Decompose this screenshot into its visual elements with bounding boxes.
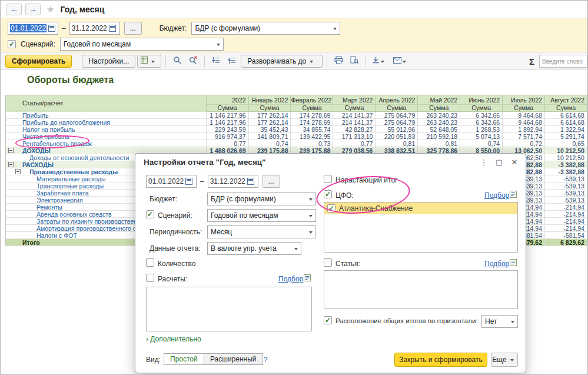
article-cell[interactable]: Налог на прибыль: [6, 126, 207, 133]
forward-button[interactable]: →: [25, 4, 41, 15]
value-cell[interactable]: 0,65: [545, 140, 587, 147]
view-simple-button[interactable]: Простой: [164, 353, 204, 365]
search-button[interactable]: [170, 55, 184, 68]
value-cell[interactable]: 210 592,18: [418, 133, 460, 140]
article-cell[interactable]: Прибыль: [6, 112, 207, 119]
close-icon[interactable]: ✕: [509, 158, 520, 167]
value-cell[interactable]: 1 146 217,96: [207, 112, 249, 119]
back-button[interactable]: ←: [6, 4, 22, 15]
calendar-icon[interactable]: [185, 178, 192, 185]
column-header[interactable]: Май 2022Сумма: [418, 95, 460, 112]
value-cell[interactable]: 0,72: [503, 140, 545, 147]
period-more-button[interactable]: ...: [124, 22, 142, 35]
more-icon[interactable]: ⋮: [479, 158, 489, 167]
calculations-pick-link[interactable]: Подбор: [278, 275, 303, 283]
value-cell[interactable]: -581,54: [545, 232, 587, 239]
article-listbox[interactable]: [324, 270, 518, 309]
value-cell[interactable]: 34 855,74: [291, 126, 333, 133]
report-variant-button[interactable]: [137, 55, 161, 68]
value-cell[interactable]: 177 262,14: [249, 112, 291, 119]
dialog-report-data-select[interactable]: В валюте упр. учета: [207, 242, 301, 255]
calendar-icon[interactable]: [48, 25, 55, 32]
value-cell[interactable]: 1 322,94: [545, 126, 587, 133]
collapse-expander-icon[interactable]: [8, 162, 14, 167]
value-cell[interactable]: 1 268,53: [460, 126, 503, 133]
value-cell[interactable]: 177 262,14: [249, 119, 291, 126]
dialog-period-more-button[interactable]: ...: [263, 175, 280, 188]
value-cell[interactable]: -3 382,88: [545, 168, 587, 175]
value-cell[interactable]: 275 064,79: [376, 112, 418, 119]
value-cell[interactable]: 0,74: [249, 140, 291, 147]
value-cell[interactable]: 35 452,43: [249, 126, 291, 133]
dialog-period-to-field[interactable]: 31.12.2022: [208, 175, 258, 188]
dialog-calculations-checkbox[interactable]: [146, 274, 154, 282]
cfo-listbox[interactable]: Атлантика-Снабжение: [324, 202, 518, 253]
cancel-search-button[interactable]: [186, 55, 200, 68]
article-cell[interactable]: Чистая прибыль: [6, 133, 207, 140]
value-cell[interactable]: 0,73: [291, 140, 333, 147]
help-link[interactable]: ?: [264, 356, 268, 364]
value-cell[interactable]: 6 614,68: [545, 119, 587, 126]
save-button[interactable]: [370, 55, 389, 68]
budget-select[interactable]: БДР (с формулами): [191, 22, 340, 35]
value-cell[interactable]: 916 974,37: [207, 133, 249, 140]
dialog-period-from-field[interactable]: 01.01.2022: [146, 175, 197, 188]
list-item[interactable]: Атлантика-Снабжение: [324, 203, 517, 214]
value-cell[interactable]: 7 571,74: [503, 133, 545, 140]
print-preview-button[interactable]: [347, 55, 361, 68]
value-cell[interactable]: -214,94: [545, 225, 587, 232]
send-mail-button[interactable]: [391, 55, 411, 68]
value-cell[interactable]: 0,74: [460, 140, 503, 147]
article-pick-link[interactable]: Подбор: [484, 260, 509, 268]
value-cell[interactable]: -214,94: [545, 204, 587, 211]
settings-button[interactable]: Настройки...: [82, 55, 135, 68]
article-cell[interactable]: Рентабельность продаж: [6, 140, 207, 147]
dialog-periodicity-select[interactable]: Месяц: [207, 225, 316, 238]
value-cell[interactable]: 55 012,96: [376, 126, 418, 133]
value-cell[interactable]: -214,94: [545, 211, 587, 218]
calendar-icon[interactable]: [247, 178, 254, 185]
value-cell[interactable]: 214 141,37: [333, 112, 376, 119]
value-cell[interactable]: 6 829,62: [545, 239, 587, 246]
value-cell[interactable]: 0,81: [418, 140, 460, 147]
value-cell[interactable]: -539,13: [545, 190, 587, 197]
totals-position-select[interactable]: Нет: [481, 315, 518, 328]
value-cell[interactable]: 6 614,68: [545, 112, 587, 119]
value-cell[interactable]: 52 648,05: [418, 126, 460, 133]
value-cell[interactable]: 9 464,68: [503, 112, 545, 119]
value-cell[interactable]: 0,81: [376, 140, 418, 147]
column-header[interactable]: Август 2022Сумма: [545, 95, 587, 112]
close-and-generate-button[interactable]: Закрыть и сформировать: [394, 353, 487, 367]
collapse-expander-icon[interactable]: [15, 169, 21, 174]
scenario-select[interactable]: Годовой по месяцам: [60, 38, 224, 51]
collapse-expander-icon[interactable]: [8, 148, 14, 153]
cfo-pick-link[interactable]: Подбор: [484, 191, 509, 200]
column-header[interactable]: 2022Сумма: [207, 95, 249, 112]
more-actions-button[interactable]: Еще: [491, 353, 518, 367]
calculations-listbox[interactable]: [146, 287, 312, 331]
column-header[interactable]: Июнь 2022Сумма: [460, 95, 503, 112]
value-cell[interactable]: -539,13: [545, 197, 587, 204]
cumulative-checkbox[interactable]: [324, 175, 332, 183]
value-cell[interactable]: 1 146 217,96: [207, 119, 249, 126]
value-cell[interactable]: 263 240,23: [418, 112, 460, 119]
print-button[interactable]: [331, 55, 346, 68]
column-header[interactable]: Февраль 2022Сумма: [291, 95, 333, 112]
value-cell[interactable]: 6 342,66: [460, 112, 503, 119]
value-cell[interactable]: 214 141,37: [333, 119, 376, 126]
column-header[interactable]: Июль 2022Сумма: [503, 95, 545, 112]
dialog-quantity-checkbox[interactable]: [146, 258, 154, 267]
value-cell[interactable]: 275 064,79: [376, 119, 418, 126]
value-cell[interactable]: 0,77: [333, 140, 376, 147]
additional-expander-link[interactable]: › Дополнительно: [146, 335, 201, 343]
scenario-checkbox[interactable]: [8, 40, 16, 48]
collapse-groups-button[interactable]: [225, 55, 239, 68]
pick-icon[interactable]: [510, 259, 517, 268]
value-cell[interactable]: 220 051,83: [376, 133, 418, 140]
expand-to-button[interactable]: Разворачивать до: [241, 55, 323, 68]
value-cell[interactable]: 6 342,66: [460, 119, 503, 126]
value-cell[interactable]: 5 291,74: [545, 133, 587, 140]
column-header[interactable]: Март 2022Сумма: [333, 95, 376, 112]
dialog-scenario-checkbox[interactable]: [146, 210, 154, 218]
autosum-button[interactable]: Σ: [529, 57, 534, 67]
